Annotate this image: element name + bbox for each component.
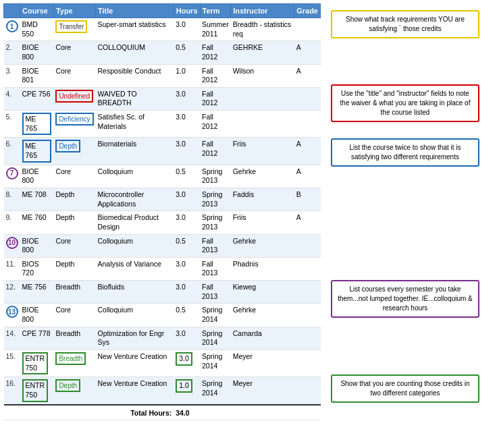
course-grade: A <box>294 138 321 165</box>
course-hours: 0.5 <box>174 165 200 188</box>
course-grade <box>294 111 321 138</box>
annotation-yellow: Show what track requirements YOU are sat… <box>331 10 479 38</box>
course-instructor: Gehrke <box>231 304 294 327</box>
course-code: ENTR750 <box>20 349 54 376</box>
course-title: Optimization for Engr Sys <box>96 327 174 349</box>
course-term: Fall2012 <box>200 87 231 110</box>
course-hours: 0.5 <box>174 234 200 257</box>
course-instructor: Breadth - statistics req <box>231 18 294 41</box>
course-instructor: Phadnis <box>231 257 294 280</box>
course-title: Analysis of Variance <box>96 257 174 280</box>
course-instructor: Meyer <box>231 377 294 405</box>
annotation-red: Use the "title" and "instructor" fields … <box>331 84 479 122</box>
row-number: 15. <box>4 349 20 376</box>
annotation-blue: List the course twice to show that it is… <box>331 138 479 167</box>
table-row: 15.ENTR750BreadthNew Venture Creation3.0… <box>4 349 321 376</box>
table-row: 14.CPE 778BreadthOptimization for Engr S… <box>4 327 321 349</box>
row-number: 8. <box>4 188 20 211</box>
course-title: Biofluids <box>96 281 174 304</box>
course-hours: 3.0 <box>174 349 200 376</box>
course-instructor: Gehrke <box>231 234 294 257</box>
row-number: 10 <box>4 234 20 257</box>
table-row: 4.CPE 756UndefinedWAIVED TO BREADTH3.0Fa… <box>4 87 321 110</box>
table-row: 12.ME 756BreadthBiofluids3.0Fall2013Kiew… <box>4 281 321 304</box>
course-code: ME 760 <box>20 211 54 234</box>
course-title: Colloquium <box>96 234 174 257</box>
table-row: 10BIOE800CoreColloquium0.5Fall2013Gehrke <box>4 234 321 257</box>
course-type: Depth <box>53 188 95 211</box>
course-grade <box>294 87 321 110</box>
course-instructor: Faddis <box>231 188 294 211</box>
course-term: Fall2012 <box>200 41 231 64</box>
course-type: Core <box>53 304 95 327</box>
table-row: 5.ME 765DeficiencySatisfies Sc. of Mater… <box>4 111 321 138</box>
course-title: Biomaterials <box>96 138 174 165</box>
total-empty3 <box>53 405 95 420</box>
course-term: Spring2014 <box>200 377 231 405</box>
course-code: BIOE800 <box>20 41 54 64</box>
course-code: ME 708 <box>20 188 54 211</box>
row-number: 16. <box>4 377 20 405</box>
course-term: Fall2012 <box>200 111 231 138</box>
course-type: Deficiency <box>53 111 95 138</box>
course-type: Core <box>53 234 95 257</box>
course-code: ME 756 <box>20 281 54 304</box>
course-title: Colloquium <box>96 304 174 327</box>
course-term: Spring2013 <box>200 188 231 211</box>
row-number: 4. <box>4 87 20 110</box>
row-number: 12. <box>4 281 20 304</box>
total-empty2 <box>20 405 54 420</box>
col-title: Title <box>96 4 174 18</box>
course-hours: 3.0 <box>174 211 200 234</box>
table-row: 11.BIOS720DepthAnalysis of Variance3.0Fa… <box>4 257 321 280</box>
course-code: BIOE800 <box>20 234 54 257</box>
row-number: 3. <box>4 64 20 87</box>
row-number: 6. <box>4 138 20 165</box>
course-instructor: Kieweg <box>231 281 294 304</box>
course-instructor: GEHRKE <box>231 41 294 64</box>
course-instructor: Gehrke <box>231 165 294 188</box>
course-term: Fall2012 <box>200 64 231 87</box>
course-grade <box>294 18 321 41</box>
course-code: BIOE800 <box>20 165 54 188</box>
table-row: 9.ME 760DepthBiomedical Product Design3.… <box>4 211 321 234</box>
course-code: BIOE800 <box>20 304 54 327</box>
course-title: Biomedical Product Design <box>96 211 174 234</box>
course-hours: 3.0 <box>174 138 200 165</box>
course-type: Depth <box>53 377 95 405</box>
col-type: Type <box>53 4 95 18</box>
course-instructor <box>231 87 294 110</box>
course-code: CPE 778 <box>20 327 54 349</box>
col-grade: Grade <box>294 4 321 18</box>
course-title: WAIVED TO BREADTH <box>96 87 174 110</box>
total-label: Total Hours: <box>96 405 174 420</box>
course-code: ENTR750 <box>20 377 54 405</box>
course-grade: A <box>294 64 321 87</box>
total-empty5 <box>231 405 294 420</box>
course-hours: 3.0 <box>174 18 200 41</box>
total-empty4 <box>200 405 231 420</box>
course-type: Depth <box>53 211 95 234</box>
course-instructor: Meyer <box>231 349 294 376</box>
course-type: Undefined <box>53 87 95 110</box>
row-number: 7 <box>4 165 20 188</box>
course-title: Satisfies Sc. of Materials <box>96 111 174 138</box>
row-number: 9. <box>4 211 20 234</box>
course-term: Spring2013 <box>200 211 231 234</box>
col-term: Term <box>200 4 231 18</box>
course-hours: 3.0 <box>174 257 200 280</box>
total-value: 34.0 <box>174 405 200 420</box>
table-section: Course Type Title Hours Term Instructor … <box>0 0 324 424</box>
course-grade <box>294 281 321 304</box>
course-type: Depth <box>53 257 95 280</box>
table-row: 1BMD550TransferSuper-smart statistics3.0… <box>4 18 321 41</box>
course-term: Spring2014 <box>200 349 231 376</box>
course-title: Resposible Conduct <box>96 64 174 87</box>
course-title: Colloquium <box>96 165 174 188</box>
course-hours: 0.5 <box>174 304 200 327</box>
course-term: Fall2013 <box>200 281 231 304</box>
course-grade <box>294 327 321 349</box>
course-title: COLLOQUIUM <box>96 41 174 64</box>
row-number: 11. <box>4 257 20 280</box>
row-number: 13 <box>4 304 20 327</box>
